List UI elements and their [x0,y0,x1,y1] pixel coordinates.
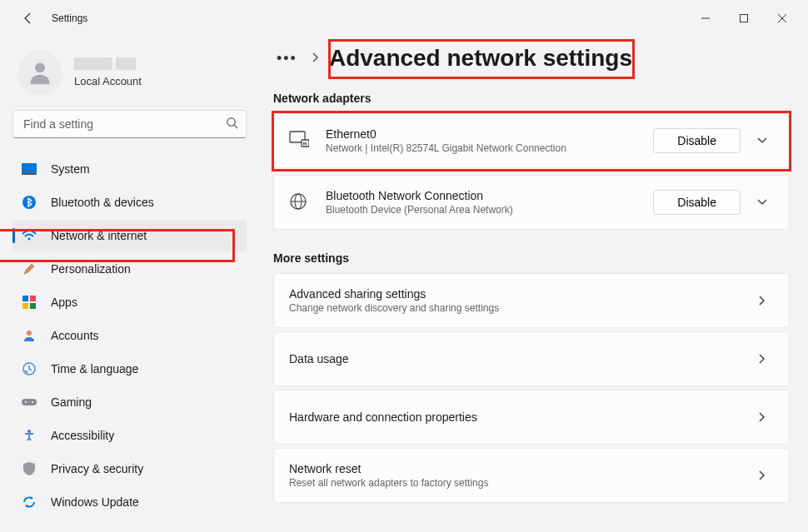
sidebar-item-label: Time & language [51,362,138,375]
sidebar-item-privacy[interactable]: Privacy & security [12,453,247,485]
person-icon [21,327,37,344]
chevron-right-icon [751,353,774,365]
setting-row-reset[interactable]: Network reset Reset all network adapters… [273,448,790,503]
maximize-button[interactable] [725,5,763,32]
gamepad-icon [21,394,37,410]
chevron-right-icon [751,411,774,423]
sidebar-item-label: Privacy & security [51,462,143,475]
sidebar-item-label: Gaming [51,395,92,409]
back-button[interactable] [15,5,42,32]
svg-line-4 [234,125,237,128]
disable-button[interactable]: Disable [653,190,741,215]
shield-icon [21,460,37,477]
sidebar-item-label: Accessibility [51,429,114,442]
adapter-row-ethernet[interactable]: Ethernet0 Network | Intel(R) 82574L Giga… [273,113,790,168]
user-account-type: Local Account [74,75,142,87]
apps-icon [21,294,37,311]
disable-button[interactable]: Disable [653,128,741,153]
ethernet-icon [289,131,309,151]
maximize-icon [740,14,748,22]
system-icon [21,161,37,177]
svg-point-2 [35,62,45,72]
titlebar: Settings [0,0,808,37]
sidebar-item-gaming[interactable]: Gaming [12,386,247,418]
chevron-down-icon[interactable] [751,198,774,206]
sidebar-item-time[interactable]: Time & language [12,353,247,385]
sidebar-item-update[interactable]: Windows Update [12,486,247,518]
sidebar-item-system[interactable]: System [12,153,247,185]
close-button[interactable] [763,5,801,32]
search-icon [226,117,238,132]
sidebar-item-label: Apps [51,296,77,309]
minimize-icon [701,14,710,22]
svg-rect-6 [22,173,37,175]
svg-rect-12 [30,303,36,309]
svg-point-15 [24,370,28,375]
svg-point-19 [27,430,31,433]
svg-rect-16 [22,399,37,405]
setting-sub: Reset all network adapters to factory se… [289,477,751,489]
svg-rect-23 [306,142,307,145]
sidebar-item-label: Network & internet [51,229,147,242]
setting-title: Advanced sharing settings [289,287,751,301]
avatar [17,50,62,95]
globe-icon [289,192,309,212]
bluetooth-icon [21,194,37,211]
sidebar-item-apps[interactable]: Apps [12,286,247,318]
svg-rect-11 [22,303,28,309]
svg-rect-22 [303,142,305,145]
svg-point-17 [25,401,27,403]
setting-title: Hardware and connection properties [289,410,751,424]
user-block[interactable]: Local Account [17,50,247,95]
adapter-desc: Bluetooth Device (Personal Area Network) [326,204,653,216]
sidebar-item-label: Windows Update [51,495,139,509]
svg-rect-9 [22,296,28,301]
svg-point-3 [227,118,235,126]
sidebar-item-accounts[interactable]: Accounts [12,320,247,351]
avatar-icon [26,58,54,87]
brush-icon [21,261,37,277]
clock-icon [21,360,37,377]
window-title: Settings [52,12,87,24]
adapter-name: Ethernet0 [326,127,653,141]
close-icon [778,14,786,22]
chevron-right-icon [751,295,774,306]
chevron-right-icon [311,52,319,65]
svg-rect-5 [22,163,37,173]
sidebar-item-label: Bluetooth & devices [51,196,154,209]
minimize-button[interactable] [686,5,725,32]
section-more-label: More settings [273,251,790,265]
svg-rect-1 [741,15,748,22]
accessibility-icon [21,427,37,444]
svg-point-18 [32,401,33,403]
section-adapters-label: Network adapters [273,92,790,105]
user-name-redacted [74,57,142,70]
page-title: Advanced network settings [329,45,632,72]
search-input[interactable] [12,110,247,138]
svg-rect-10 [30,296,36,301]
setting-row-hardware[interactable]: Hardware and connection properties [273,390,790,445]
setting-row-data-usage[interactable]: Data usage [273,331,790,386]
update-icon [21,494,37,510]
arrow-left-icon [22,12,35,25]
svg-point-8 [28,238,31,241]
setting-title: Data usage [289,352,751,365]
breadcrumb-overflow[interactable]: ••• [273,47,301,71]
svg-point-13 [27,331,32,336]
chevron-right-icon [751,470,774,481]
setting-sub: Change network discovery and sharing set… [289,302,751,314]
sidebar-item-label: System [51,162,90,176]
sidebar-item-personalization[interactable]: Personalization [12,253,247,285]
adapter-desc: Network | Intel(R) 82574L Gigabit Networ… [326,142,653,154]
wifi-icon [21,227,37,244]
sidebar-item-bluetooth[interactable]: Bluetooth & devices [12,186,247,218]
sidebar-item-label: Accounts [51,329,99,342]
sidebar-item-label: Personalization [51,262,131,276]
sidebar-item-network[interactable]: Network & internet [12,220,247,251]
adapter-row-bluetooth[interactable]: Bluetooth Network Connection Bluetooth D… [273,175,790,230]
chevron-down-icon[interactable] [751,137,774,145]
sidebar-item-accessibility[interactable]: Accessibility [12,420,247,451]
adapter-name: Bluetooth Network Connection [326,189,653,202]
setting-title: Network reset [289,462,751,475]
setting-row-sharing[interactable]: Advanced sharing settings Change network… [273,273,790,328]
